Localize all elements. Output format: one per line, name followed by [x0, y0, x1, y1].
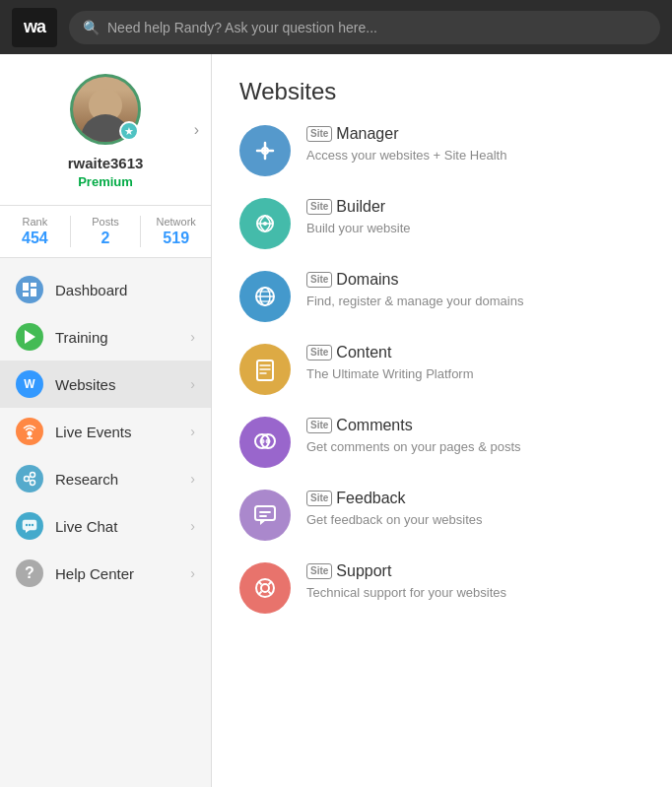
svg-line-40 — [259, 592, 262, 595]
svg-point-1 — [28, 431, 33, 436]
sidebar-item-training[interactable]: Training › — [0, 313, 211, 361]
support-badge: Site — [306, 563, 332, 579]
username: rwaite3613 — [68, 155, 144, 171]
research-icon — [16, 465, 43, 492]
profile-section[interactable]: ★ rwaite3613 Premium › — [0, 54, 211, 206]
logo-text: wa — [24, 17, 45, 37]
feedback-icon — [239, 490, 291, 541]
site-item-comments[interactable]: Site Comments Get comments on your pages… — [239, 417, 644, 468]
builder-name: Builder — [336, 198, 385, 216]
helpcenter-label: Help Center — [55, 565, 178, 582]
content-badge: Site — [306, 345, 332, 361]
content-icon — [239, 344, 291, 395]
site-item-feedback[interactable]: Site Feedback Get feedback on your websi… — [239, 490, 644, 541]
manager-name-row: Site Manager — [306, 125, 644, 143]
manager-info: Site Manager Access your websites + Site… — [306, 125, 644, 164]
sidebar-item-helpcenter[interactable]: ? Help Center › — [0, 550, 211, 597]
research-chevron-icon: › — [190, 471, 195, 487]
comments-info: Site Comments Get comments on your pages… — [306, 417, 644, 455]
nav-section: Dashboard Training › W Websites › — [0, 258, 211, 787]
svg-line-7 — [29, 476, 31, 478]
sidebar-item-dashboard[interactable]: Dashboard — [0, 266, 211, 313]
livechat-icon — [16, 512, 43, 540]
sidebar-item-websites[interactable]: W Websites › — [0, 361, 211, 408]
support-name: Support — [336, 562, 391, 580]
comments-name: Comments — [336, 417, 412, 434]
training-label: Training — [55, 329, 178, 346]
livechat-chevron-icon: › — [190, 518, 195, 534]
svg-line-41 — [269, 592, 272, 595]
rank-value: 454 — [22, 230, 48, 247]
manager-desc: Access your websites + Site Health — [306, 148, 506, 163]
posts-label: Posts — [92, 216, 119, 228]
logo[interactable]: wa — [12, 8, 57, 47]
svg-line-39 — [269, 582, 272, 585]
search-placeholder: Need help Randy? Ask your question here.… — [107, 20, 377, 35]
svg-rect-33 — [255, 506, 275, 520]
support-name-row: Site Support — [306, 562, 644, 580]
websites-icon: W — [16, 370, 43, 398]
site-item-support[interactable]: Site Support Technical support for your … — [239, 562, 644, 614]
svg-marker-0 — [25, 330, 35, 344]
rank-label: Rank — [22, 216, 47, 228]
premium-badge: Premium — [78, 174, 133, 189]
stat-posts: Posts 2 — [71, 216, 141, 247]
svg-line-38 — [259, 582, 262, 585]
feedback-name-row: Site Feedback — [306, 490, 644, 507]
domains-name: Domains — [336, 271, 398, 289]
comments-desc: Get comments on your pages & posts — [306, 439, 521, 454]
helpcenter-chevron-icon: › — [190, 565, 195, 581]
training-chevron-icon: › — [190, 329, 195, 345]
stat-network: Network 519 — [141, 216, 211, 247]
content-name-row: Site Content — [306, 344, 644, 361]
sidebar: ★ rwaite3613 Premium › Rank 454 Posts 2 … — [0, 54, 212, 787]
feedback-name: Feedback — [336, 490, 405, 507]
site-item-domains[interactable]: Site Domains Find, register & manage you… — [239, 271, 644, 322]
page-title: Websites — [239, 78, 644, 105]
svg-rect-25 — [257, 361, 273, 380]
feedback-badge: Site — [306, 491, 332, 506]
websites-chevron-icon: › — [190, 376, 195, 392]
stats-row: Rank 454 Posts 2 Network 519 — [0, 206, 211, 258]
network-label: Network — [157, 216, 196, 228]
websites-label: Websites — [55, 376, 178, 393]
builder-info: Site Builder Build your website — [306, 198, 644, 236]
sidebar-item-research[interactable]: Research › — [0, 455, 211, 502]
liveevents-chevron-icon: › — [190, 424, 195, 439]
helpcenter-icon: ? — [16, 559, 43, 587]
site-item-content[interactable]: Site Content The Ultimate Writing Platfo… — [239, 344, 644, 395]
content-area: Websites Site Manager Access your websit… — [212, 54, 672, 787]
site-item-builder[interactable]: Site Builder Build your website — [239, 198, 644, 249]
sidebar-item-liveevents[interactable]: Live Events › — [0, 408, 211, 455]
domains-badge: Site — [306, 272, 332, 288]
sidebar-item-livechat[interactable]: Live Chat › — [0, 502, 211, 550]
dashboard-icon — [16, 276, 43, 303]
feedback-desc: Get feedback on your websites — [306, 512, 483, 527]
domains-desc: Find, register & manage your domains — [306, 294, 523, 308]
svg-point-19 — [263, 222, 267, 226]
svg-point-31 — [260, 439, 265, 444]
manager-badge: Site — [306, 126, 332, 142]
comments-badge: Site — [306, 418, 332, 433]
svg-line-8 — [29, 480, 31, 482]
profile-chevron-icon[interactable]: › — [194, 121, 199, 139]
svg-point-37 — [261, 584, 269, 592]
content-name: Content — [336, 344, 391, 361]
support-icon — [239, 562, 291, 614]
livechat-label: Live Chat — [55, 518, 178, 535]
liveevents-label: Live Events — [55, 424, 178, 440]
svg-point-12 — [29, 524, 31, 526]
search-bar[interactable]: 🔍 Need help Randy? Ask your question her… — [69, 11, 660, 44]
domains-info: Site Domains Find, register & manage you… — [306, 271, 644, 309]
avatar-wrapper: ★ — [70, 74, 141, 145]
training-icon — [16, 323, 43, 351]
main-layout: ★ rwaite3613 Premium › Rank 454 Posts 2 … — [0, 54, 672, 787]
svg-point-11 — [26, 524, 28, 526]
search-icon: 🔍 — [83, 20, 100, 35]
site-item-manager[interactable]: Site Manager Access your websites + Site… — [239, 125, 644, 176]
domains-name-row: Site Domains — [306, 271, 644, 289]
svg-point-4 — [25, 477, 30, 482]
manager-icon — [239, 125, 291, 176]
dashboard-label: Dashboard — [55, 282, 195, 298]
posts-value: 2 — [101, 230, 110, 247]
